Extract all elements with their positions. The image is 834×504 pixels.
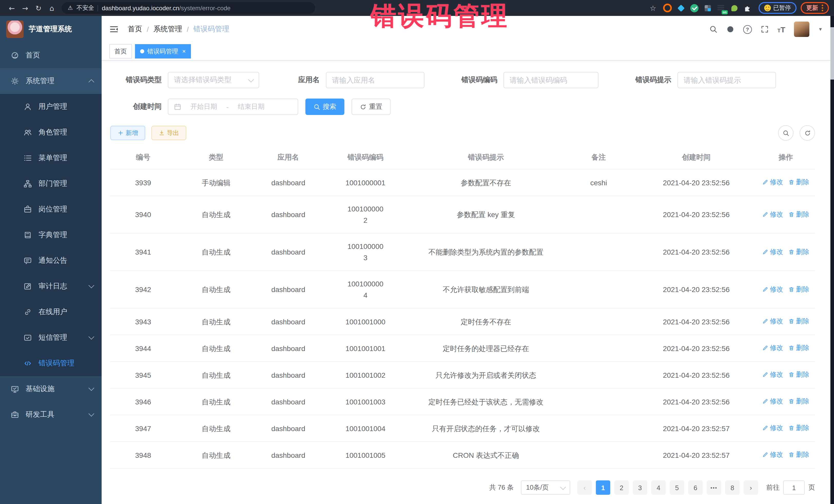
kebab-menu-icon[interactable]	[822, 5, 823, 11]
error-type-select[interactable]: 请选择错误码类型	[168, 72, 259, 88]
extension-grid-icon[interactable]	[703, 3, 712, 13]
extension-gem-icon[interactable]	[676, 3, 685, 13]
table-tools	[778, 125, 815, 140]
extension-vue-icon[interactable]	[689, 3, 699, 13]
help-icon[interactable]: ?	[743, 25, 752, 34]
user-avatar[interactable]	[794, 22, 809, 37]
edit-link[interactable]: 修改	[762, 449, 783, 460]
security-label: 不安全	[76, 4, 94, 12]
extension-green-icon[interactable]	[729, 3, 739, 13]
sidebar-item-errcode[interactable]: 错误码管理	[0, 351, 102, 376]
sidebar-item-user[interactable]: 用户管理	[0, 94, 102, 119]
github-icon[interactable]	[726, 25, 734, 34]
edit-link[interactable]: 修改	[762, 177, 783, 188]
scrollbar-thumb[interactable]	[830, 27, 834, 80]
sidebar-item-post[interactable]: 岗位管理	[0, 197, 102, 222]
breadcrumb-home[interactable]: 首页	[128, 25, 142, 34]
show-search-button[interactable]	[778, 125, 793, 140]
page-button-8[interactable]: 8	[725, 480, 740, 495]
delete-link[interactable]: 删除	[788, 396, 809, 407]
breadcrumb-system[interactable]: 系统管理	[153, 25, 182, 34]
cell-message: 定时任务已经处于该状态，无需修改	[411, 388, 562, 415]
cell-message: 只有开启状态的任务，才可以修改	[411, 415, 562, 442]
page-ellipsis[interactable]: •••	[707, 480, 721, 495]
reset-button[interactable]: 重置	[352, 98, 391, 115]
page-button-5[interactable]: 5	[670, 480, 684, 495]
address-bar[interactable]: ⚠ 不安全 dashboard.yudao.iocoder.cn/system/…	[62, 2, 315, 14]
sidebar-item-label: 通知公告	[39, 256, 67, 265]
extension-orange-icon[interactable]	[663, 3, 672, 13]
users-icon	[24, 128, 32, 136]
edit-link[interactable]: 修改	[762, 369, 783, 380]
edit-link[interactable]: 修改	[762, 342, 783, 354]
delete-link[interactable]: 删除	[788, 177, 809, 188]
search-icon[interactable]	[709, 25, 718, 34]
reload-icon[interactable]: ↻	[32, 4, 45, 12]
prev-page-button[interactable]: ‹	[577, 480, 592, 495]
close-icon[interactable]: ×	[182, 48, 186, 55]
forward-icon[interactable]: →	[19, 4, 32, 12]
tab-error-code[interactable]: 错误码管理 ×	[135, 44, 191, 59]
cell-app: dashboard	[256, 361, 320, 388]
page-size-select[interactable]: 10条/页	[521, 480, 570, 495]
col-type: 类型	[176, 149, 256, 169]
fullscreen-icon[interactable]	[761, 25, 769, 34]
back-icon[interactable]: ←	[5, 4, 19, 12]
cell-code: 1001001000	[320, 308, 410, 335]
sidebar-item-dept[interactable]: 部门管理	[0, 171, 102, 197]
error-message-input[interactable]	[678, 72, 776, 88]
home-icon[interactable]: ⌂	[45, 4, 59, 12]
goto-page-input[interactable]	[783, 480, 805, 495]
export-button[interactable]: 导出	[151, 126, 186, 140]
app-name-input[interactable]	[326, 72, 424, 88]
paused-extension-pill[interactable]: 已暂停	[758, 2, 796, 14]
sidebar-item-role[interactable]: 角色管理	[0, 119, 102, 145]
add-button[interactable]: 新增	[110, 126, 145, 140]
delete-link[interactable]: 删除	[788, 369, 809, 380]
search-button[interactable]: 搜索	[305, 98, 344, 115]
sidebar-item-system[interactable]: 系统管理	[0, 68, 102, 94]
edit-link[interactable]: 修改	[762, 396, 783, 407]
delete-link[interactable]: 删除	[788, 422, 809, 434]
delete-link[interactable]: 删除	[788, 246, 809, 257]
sidebar-item-audit[interactable]: 审计日志	[0, 273, 102, 299]
sidebar-item-sms[interactable]: 短信管理	[0, 325, 102, 351]
date-range-picker[interactable]: 开始日期 - 结束日期	[168, 98, 298, 115]
extension-puzzle-icon[interactable]	[743, 3, 752, 13]
error-code-input[interactable]	[503, 72, 598, 88]
page-button-4[interactable]: 4	[651, 480, 666, 495]
page-scrollbar[interactable]	[830, 16, 834, 504]
refresh-table-button[interactable]	[799, 125, 815, 140]
chevron-down-icon[interactable]: ▼	[818, 27, 823, 32]
sidebar-item-infra[interactable]: 基础设施	[0, 376, 102, 402]
page-button-1[interactable]: 1	[596, 480, 610, 495]
page-button-3[interactable]: 3	[633, 480, 647, 495]
delete-link[interactable]: 删除	[788, 449, 809, 460]
collapse-sidebar-icon[interactable]	[109, 25, 118, 34]
bookmark-star-icon[interactable]: ☆	[650, 4, 656, 12]
delete-link[interactable]: 删除	[788, 209, 809, 220]
cell-id: 3946	[110, 388, 176, 415]
page-button-6[interactable]: 6	[688, 480, 703, 495]
delete-link[interactable]: 删除	[788, 284, 809, 295]
next-page-button[interactable]: ›	[744, 480, 758, 495]
extension-lines-icon[interactable]: on	[716, 3, 725, 13]
sidebar-item-home[interactable]: 首页	[0, 43, 102, 68]
edit-link[interactable]: 修改	[762, 316, 783, 327]
edit-link[interactable]: 修改	[762, 209, 783, 220]
font-size-icon[interactable]: TT	[777, 25, 786, 34]
sidebar-item-menu[interactable]: 菜单管理	[0, 145, 102, 171]
cell-code: 1001001001	[320, 335, 410, 361]
browser-update-button[interactable]: 更新	[800, 2, 829, 14]
sidebar-item-tools[interactable]: 研发工具	[0, 402, 102, 428]
sidebar-item-dict[interactable]: 字典管理	[0, 222, 102, 248]
delete-link[interactable]: 删除	[788, 316, 809, 327]
tab-home[interactable]: 首页	[109, 44, 132, 59]
edit-link[interactable]: 修改	[762, 284, 783, 295]
delete-link[interactable]: 删除	[788, 342, 809, 354]
edit-link[interactable]: 修改	[762, 422, 783, 434]
page-button-2[interactable]: 2	[614, 480, 629, 495]
edit-link[interactable]: 修改	[762, 246, 783, 257]
sidebar-item-online[interactable]: 在线用户	[0, 299, 102, 325]
sidebar-item-notice[interactable]: 通知公告	[0, 248, 102, 273]
